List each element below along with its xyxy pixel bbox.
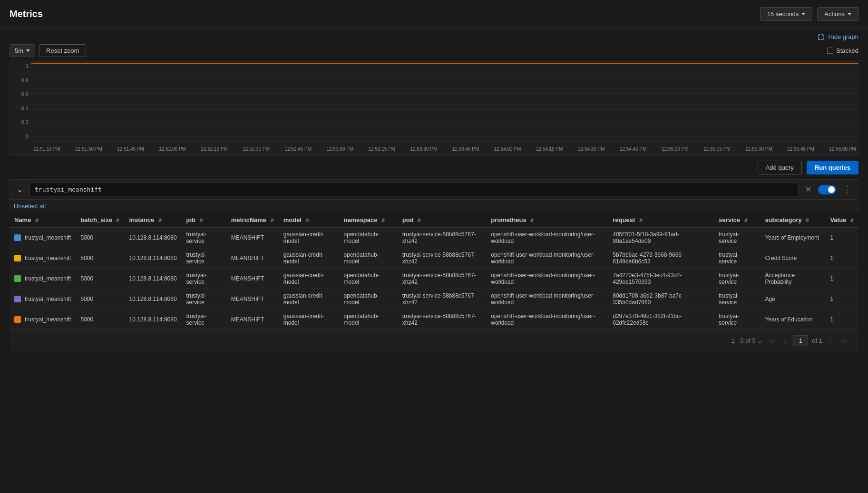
unselect-all-link[interactable]: Unselect all: [10, 200, 858, 213]
col-header-model[interactable]: model ⇵: [279, 213, 339, 228]
cell-subcategory: Years of Employment: [760, 228, 825, 248]
cell-prometheus: openshift-user-workload-monitoring/user-…: [486, 289, 608, 309]
cell-name: trustyai_meanshift: [10, 289, 76, 309]
cell-batch_size: 5000: [76, 228, 124, 248]
cell-service: trustyai-service: [714, 228, 760, 248]
query-kebab-menu[interactable]: ⋮: [840, 184, 854, 196]
col-header-value[interactable]: Value ⇵: [825, 213, 858, 228]
chart-y-labels: 1 0.8 0.6 0.4 0.2 0: [10, 61, 31, 141]
cell-instance: 10.128.8.114:8080: [124, 309, 181, 330]
cell-request: 405f7f01-5f18-3a99-91ad-90a1ae54de09: [608, 228, 714, 248]
stacked-checkbox[interactable]: [827, 48, 833, 54]
graph-controls-left: 5m Reset zoom: [10, 44, 86, 57]
grid-line-3: [31, 93, 858, 94]
cell-instance: 10.128.8.114:8080: [124, 228, 181, 248]
cell-subcategory: Years of Education: [760, 309, 825, 330]
cell-batch_size: 5000: [76, 309, 124, 330]
cell-model: gaussian-credit-model: [279, 309, 339, 330]
cell-value: 1: [825, 248, 858, 269]
last-page-button[interactable]: ››: [838, 336, 849, 346]
cell-name: trustyai_meanshift: [10, 269, 76, 289]
actions-dropdown[interactable]: Actions: [817, 7, 858, 21]
of-label: of 1: [812, 337, 822, 344]
chevron-down-icon: [848, 13, 851, 15]
query-row: ⌄ ✕ ⋮: [10, 179, 858, 200]
pagination-info: 1 - 5 of 5 ⌄: [731, 337, 762, 344]
cell-request: 5b7bb6ac-4273-3668-9666-6149de6b6c53: [608, 248, 714, 269]
prev-page-button[interactable]: ‹: [781, 336, 789, 346]
cell-pod: trustyai-service-58b88c5767-xhz42: [398, 309, 486, 330]
table-row: trustyai_meanshift 5000 10.128.8.114:808…: [10, 269, 858, 289]
graph-section: Hide graph 5m Reset zoom Stacked 1 0.8 0…: [0, 29, 868, 156]
row-color-indicator: [14, 275, 21, 282]
cell-request: 80dd1708-a6d2-3b87-ba7c-335b0dad7860: [608, 289, 714, 309]
chart-container: 1 0.8 0.6 0.4 0.2 0 12:51:15 PM 12:51:30…: [10, 61, 858, 156]
sort-icon: ⇵: [417, 218, 421, 223]
chart-area: [31, 61, 858, 141]
table-row: trustyai_meanshift 5000 10.128.8.114:808…: [10, 289, 858, 309]
cell-subcategory: Age: [760, 289, 825, 309]
cell-namespace: opendatahub-model: [339, 309, 398, 330]
orange-data-line: [31, 63, 858, 64]
sort-icon: ⇵: [850, 218, 854, 223]
time-range-select[interactable]: 5m: [10, 44, 35, 57]
cell-prometheus: openshift-user-workload-monitoring/user-…: [486, 269, 608, 289]
cell-metricName: MEANSHIFT: [226, 248, 279, 269]
col-header-metricName[interactable]: metricName ⇵: [226, 213, 279, 228]
col-header-instance[interactable]: instance ⇵: [124, 213, 181, 228]
clear-query-button[interactable]: ✕: [802, 184, 814, 195]
query-toggle[interactable]: [818, 185, 836, 194]
metrics-table: Name ⇵ batch_size ⇵ instance ⇵ job ⇵ met…: [10, 213, 858, 330]
add-query-button[interactable]: Add query: [758, 161, 802, 174]
cell-pod: trustyai-service-58b88c5767-xhz42: [398, 228, 486, 248]
row-color-indicator: [14, 316, 21, 323]
query-section: Add query Run queries ⌄ ✕ ⋮ Unselect all…: [0, 156, 868, 351]
table-header-row: Name ⇵ batch_size ⇵ instance ⇵ job ⇵ met…: [10, 213, 858, 228]
col-header-name[interactable]: Name ⇵: [10, 213, 76, 228]
interval-label: 15 seconds: [767, 10, 799, 18]
col-header-namespace[interactable]: namespace ⇵: [339, 213, 398, 228]
first-page-button[interactable]: ‹‹: [766, 336, 777, 346]
cell-batch_size: 5000: [76, 269, 124, 289]
page-number-input[interactable]: [793, 335, 808, 346]
header: Metrics 15 seconds Actions: [0, 0, 868, 29]
col-header-batch_size[interactable]: batch_size ⇵: [76, 213, 124, 228]
sort-icon: ⇵: [305, 218, 309, 223]
grid-line-1: [31, 61, 858, 62]
toggle-knob: [828, 186, 835, 193]
col-header-prometheus[interactable]: prometheus ⇵: [486, 213, 608, 228]
cell-namespace: opendatahub-model: [339, 248, 398, 269]
run-queries-button[interactable]: Run queries: [807, 161, 858, 174]
cell-prometheus: openshift-user-workload-monitoring/user-…: [486, 309, 608, 330]
sort-icon: ⇵: [35, 218, 39, 223]
sort-icon: ⇵: [158, 218, 162, 223]
chevron-down-icon: ⌄: [757, 337, 762, 344]
cell-job: trustyai-service: [182, 248, 226, 269]
actions-label: Actions: [824, 10, 845, 18]
next-page-button[interactable]: ›: [826, 336, 834, 346]
grid-line-4: [31, 109, 858, 110]
interval-dropdown[interactable]: 15 seconds: [760, 7, 813, 21]
cell-metricName: MEANSHIFT: [226, 269, 279, 289]
query-input[interactable]: [29, 183, 799, 196]
unselect-all-bar: Unselect all: [10, 200, 858, 213]
hide-graph-link[interactable]: Hide graph: [818, 33, 858, 40]
pagination-bar: 1 - 5 of 5 ⌄ ‹‹ ‹ of 1 › ››: [10, 330, 858, 351]
col-header-subcategory[interactable]: subcategory ⇵: [760, 213, 825, 228]
cell-pod: trustyai-service-58b88c5767-xhz42: [398, 269, 486, 289]
cell-value: 1: [825, 289, 858, 309]
grid-line-6: [31, 141, 858, 142]
table-row: trustyai_meanshift 5000 10.128.8.114:808…: [10, 248, 858, 269]
chart-x-labels: 12:51:15 PM 12:51:30 PM 12:51:45 PM 12:5…: [31, 142, 858, 155]
cell-request: 7a4270e3-475f-3ec4-93d4-429ee1570933: [608, 269, 714, 289]
col-header-job[interactable]: job ⇵: [182, 213, 226, 228]
cell-value: 1: [825, 309, 858, 330]
col-header-service[interactable]: service ⇵: [714, 213, 760, 228]
collapse-query-button[interactable]: ⌄: [14, 184, 26, 195]
cell-model: gaussian-credit-model: [279, 289, 339, 309]
col-header-request[interactable]: request ⇵: [608, 213, 714, 228]
reset-zoom-button[interactable]: Reset zoom: [39, 44, 86, 57]
metrics-table-wrapper: Name ⇵ batch_size ⇵ instance ⇵ job ⇵ met…: [10, 213, 858, 330]
sort-icon: ⇵: [116, 218, 119, 223]
col-header-pod[interactable]: pod ⇵: [398, 213, 486, 228]
